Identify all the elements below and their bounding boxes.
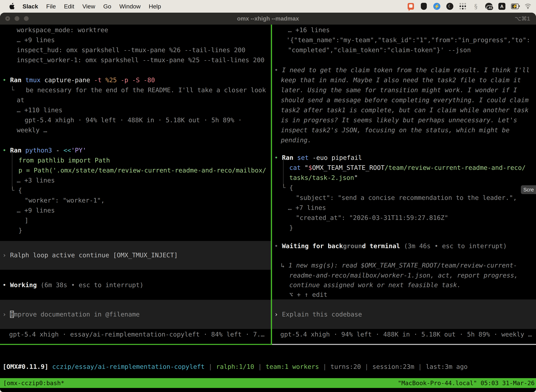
wifi-icon[interactable]: [524, 2, 532, 10]
tmux-session-label: [omx-cczip0:bash*: [3, 378, 64, 388]
terminal-line: workspace_mode: worktree: [17, 25, 108, 35]
squiggle-menu-icon[interactable]: §: [472, 2, 480, 10]
terminal-line: … +9 lines: [17, 35, 55, 45]
chat-app-icon[interactable]: [407, 2, 415, 10]
apple-menu-icon[interactable]: [9, 3, 15, 10]
terminal-line: › Explain this codebase: [274, 309, 362, 319]
terminal-line: readme-and-reco/mailbox/worker-1.json, a…: [289, 270, 518, 280]
terminal-line: inspect_hud: omx sparkshell --tmux-pane …: [17, 45, 245, 55]
terminal-line: … +16 lines: [288, 25, 330, 35]
grid-dots-icon: [459, 3, 466, 10]
network-speed-icon[interactable]: ⚡: [433, 2, 441, 10]
terminal-line: ]: [25, 215, 29, 225]
terminal-line: … +3 lines: [17, 175, 55, 185]
terminal-line: is in progress? It seems likely but perh…: [281, 115, 517, 125]
terminal-line: … +7 lines: [288, 203, 326, 213]
terminal-line: └ {: [282, 183, 293, 193]
section-squiggle-icon: §: [474, 3, 478, 10]
terminal-line: ↳ 1 new msg(s): read $OMX_TEAM_STATE_ROO…: [281, 260, 517, 270]
terminal-line: • Ran tmux capture-pane -t %25 -p -S -80: [2, 75, 155, 85]
menu-item-edit[interactable]: Edit: [64, 3, 74, 10]
terminal-line: later. Using the same for transition mig…: [281, 85, 517, 95]
terminal-line: pending.: [281, 135, 311, 145]
menu-app-name[interactable]: Slack: [23, 3, 38, 10]
screen-share-tooltip: Scre: [521, 185, 536, 194]
menu-bar: Slack FileEditViewGoWindowHelp ⚡ ☾ § ..6…: [0, 0, 536, 13]
terminal-line: • I need to get the claim token from the…: [274, 65, 530, 75]
menu-item-file[interactable]: File: [46, 3, 56, 10]
terminal-line: keep that in mind. Maybe I also need the…: [281, 75, 521, 85]
terminal-line: cat "$OMX_TEAM_STATE_ROOT/team/review-cu…: [289, 163, 526, 173]
shield-grid-icon: [421, 3, 427, 10]
terminal-line: [OMX#0.11.9] cczip/essay/ai-reimplementa…: [3, 362, 468, 372]
terminal-line: › Ralph loop active continue [OMX_TMUX_I…: [2, 250, 178, 260]
terminal-line: continue assigned work or next feasible …: [289, 280, 461, 290]
right-terminal-pane[interactable]: … +16 lines'{"team_name":"my-team","task…: [272, 25, 536, 344]
window-shortcut-hint: ⌥⌘1: [515, 13, 530, 25]
menu-item-go[interactable]: Go: [103, 3, 111, 10]
connector-line: [12, 152, 12, 189]
terminal-line: "subject": "send a concise recommendatio…: [296, 193, 517, 203]
battery-icon[interactable]: ⚡: [511, 2, 519, 10]
window-title-bar: omx --xhigh --madmax ⌥⌘1: [0, 13, 536, 25]
terminal-line: • Waiting for background terminal (3m 46…: [274, 241, 507, 251]
terminal-line: should send a message before completing …: [281, 95, 529, 105]
terminal-window: omx --xhigh --madmax ⌥⌘1 workspace_mode:…: [0, 13, 536, 392]
terminal-line: "completed","claim_token":"claim-token"}…: [288, 45, 471, 55]
terminal-line: weekly …: [17, 125, 47, 135]
wifi-arcs-icon: [524, 3, 532, 9]
terminal-line: … +110 lines: [17, 105, 62, 115]
circle-badge-icon: ..61: [485, 3, 493, 10]
terminal-line: tasks/task-2.json": [289, 173, 358, 183]
terminal-line: from pathlib import Path: [19, 155, 110, 165]
battery-level-icon: ⚡: [511, 4, 519, 9]
pane-divider-vertical: [271, 25, 272, 344]
terminal-line: p = Path('.omx/state/team/review-current…: [19, 165, 266, 175]
terminal-line: › Improve documentation in @filename: [2, 309, 140, 319]
menu-item-view[interactable]: View: [82, 3, 95, 10]
chat-bubble-icon: [408, 3, 414, 10]
terminal-line: └ be necessary for the end of the README…: [10, 85, 266, 95]
left-terminal-pane[interactable]: workspace_mode: worktree… +9 linesinspec…: [0, 25, 271, 344]
terminal-line: • Ran set -euo pipefail: [274, 153, 362, 163]
terminal-line: '{"team_name":"my-team","task_id":"1","f…: [286, 35, 530, 45]
input-source-icon[interactable]: A: [498, 2, 506, 10]
terminal-line: "created_at": "2026-03-31T11:59:27.816Z": [296, 213, 448, 223]
tmux-status-bar: [omx-cczip0:bash* "MacBook-Pro-44.local"…: [0, 378, 536, 388]
dots-grid-icon[interactable]: [459, 2, 467, 10]
bolt-icon: ⚡: [433, 3, 440, 10]
status-icons: ⚡ ☾ § ..61 A ⚡: [407, 2, 532, 10]
badge-count: ..61: [486, 5, 494, 10]
menu-item-help[interactable]: Help: [149, 3, 161, 10]
window-title: omx --xhigh --madmax: [0, 13, 536, 25]
crescent-icon: ☾: [446, 3, 453, 10]
menu-item-window[interactable]: Window: [120, 3, 141, 10]
connector-line: [283, 159, 283, 187]
terminal-line: ⌥ + ↑ edit: [289, 289, 327, 300]
badged-app-icon[interactable]: ..61: [485, 2, 493, 10]
terminal-line: at: [17, 95, 24, 105]
menu-items: FileEditViewGoWindowHelp: [46, 3, 169, 10]
letter-a-icon: A: [498, 3, 505, 10]
terminal-line: }: [289, 223, 293, 233]
shield-icon[interactable]: [420, 2, 428, 10]
tmux-host-clock: "MacBook-Pro-44.local" 05:03 31-Mar-26: [398, 378, 535, 388]
terminal-line: inspect_worker-1: omx sparkshell --tmux-…: [17, 55, 264, 65]
terminal-line: gpt-5.4 xhigh · 94% left · 488K in · 5.1…: [280, 329, 532, 339]
terminal-line: gpt-5.4 xhigh · essay/ai-reimplementatio…: [9, 329, 264, 339]
terminal-line: }: [19, 225, 22, 235]
terminal-line: • Working (6m 38s • esc to interrupt): [2, 280, 144, 290]
terminal-line: gpt-5.4 xhigh · 94% left · 488K in · 5.1…: [25, 115, 242, 125]
terminal-line: inspect task2's JSON, focusing on the st…: [281, 125, 509, 135]
terminal-line: • Ran python3 - <<'PY': [2, 145, 86, 155]
moon-menu-icon[interactable]: ☾: [446, 2, 454, 10]
terminal-line: "worker": "worker-1",: [25, 195, 105, 205]
terminal-line: task2 after task1 is complete, but can I…: [281, 105, 529, 115]
terminal-line: … +9 lines: [17, 205, 55, 215]
terminal-line: └ {: [10, 185, 22, 195]
